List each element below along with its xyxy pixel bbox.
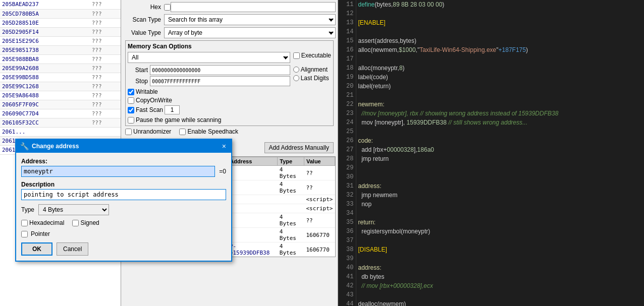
description-field-label: Description	[21, 181, 226, 188]
type-row: Type 4 Bytes 1 Byte 2 Bytes 8 Bytes Floa…	[21, 204, 226, 215]
ok-button[interactable]: OK	[21, 242, 52, 256]
dialog-body: Address: =0 Description Type 4 Bytes 1 B…	[16, 153, 231, 261]
change-address-dialog: 🔧 Change address × Address: =0 Descripti…	[15, 139, 232, 262]
description-field: Description	[21, 181, 226, 200]
hexadecimal-option[interactable]: Hexadecimal	[21, 219, 64, 226]
dialog-buttons: OK Cancel	[21, 242, 226, 256]
dialog-icon: 🔧	[20, 142, 29, 150]
hexadecimal-label: Hexadecimal	[29, 219, 64, 226]
dialog-titlebar: 🔧 Change address ×	[16, 140, 231, 153]
pointer-row: Pointer	[21, 230, 226, 237]
signed-option[interactable]: Signed	[72, 219, 99, 226]
dialog-overlay: 🔧 Change address × Address: =0 Descripti…	[0, 0, 644, 306]
signed-checkbox[interactable]	[72, 220, 79, 226]
pointer-label: Pointer	[31, 230, 50, 237]
address-input[interactable]	[21, 166, 215, 177]
cancel-button[interactable]: Cancel	[57, 242, 88, 256]
check-row: Hexadecimal Signed	[21, 219, 226, 226]
address-field: Address: =0	[21, 158, 226, 177]
dialog-title: Change address	[32, 143, 79, 150]
eq-label: =0	[219, 168, 226, 175]
address-field-label: Address:	[21, 158, 226, 165]
signed-label: Signed	[80, 219, 99, 226]
type-select[interactable]: 4 Bytes 1 Byte 2 Bytes 8 Bytes Float Dou…	[38, 204, 109, 215]
hexadecimal-checkbox[interactable]	[21, 220, 28, 226]
type-field-label: Type	[21, 206, 34, 213]
dialog-close-button[interactable]: ×	[221, 142, 227, 150]
pointer-checkbox[interactable]	[21, 231, 28, 237]
description-input[interactable]	[21, 189, 226, 200]
